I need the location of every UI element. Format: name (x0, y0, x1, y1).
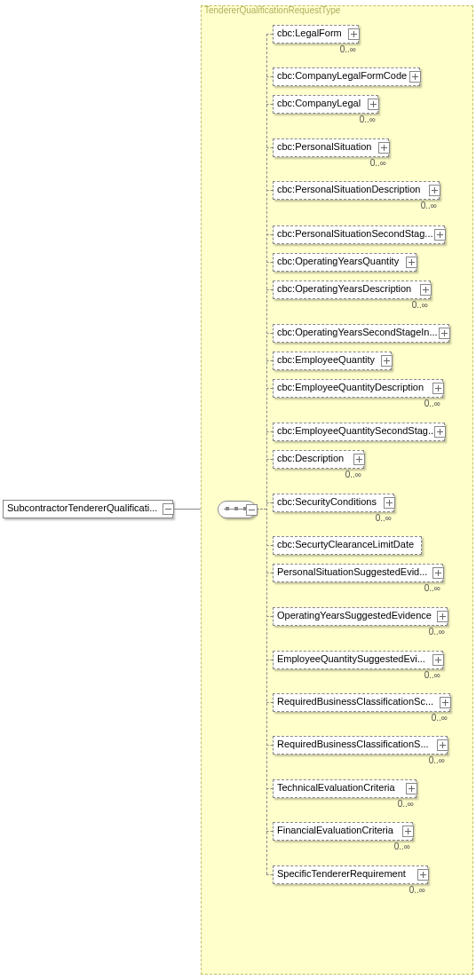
element-node[interactable]: cbc:OperatingYearsSecondStageIn... (273, 324, 449, 343)
connector-stub (266, 104, 273, 105)
element-label: cbc:PersonalSituation (277, 141, 371, 152)
plus-icon[interactable] (434, 426, 446, 438)
dot-icon (234, 507, 238, 510)
element-node[interactable]: TechnicalEvaluationCriteria0..∞ (273, 779, 416, 798)
element-label: cbc:PersonalSituationDescription (277, 184, 420, 194)
connector-stub (266, 34, 273, 35)
connector-stub (266, 360, 273, 361)
dot-icon (226, 507, 229, 510)
element-node[interactable]: cbc:OperatingYearsDescription0..∞ (273, 281, 431, 299)
cardinality-label: 0..∞ (429, 755, 445, 765)
element-node[interactable]: cbc:CompanyLegalFormCode (273, 67, 420, 86)
element-node[interactable]: FinancialEvaluationCriteria0..∞ (273, 822, 413, 841)
element-node[interactable]: EmployeeQuantitySuggestedEvi...0..∞ (273, 651, 443, 669)
connector-stub (266, 234, 273, 235)
element-node[interactable]: PersonalSituationSuggestedEvid...0..∞ (273, 564, 443, 582)
element-label: cbc:OperatingYearsQuantity (277, 256, 399, 266)
plus-icon[interactable] (432, 654, 444, 666)
plus-icon[interactable] (429, 185, 440, 196)
connector-stub (266, 831, 273, 832)
plus-icon[interactable] (402, 826, 414, 837)
element-label: cbc:EmployeeQuantitySecondStag... (277, 425, 436, 436)
plus-icon[interactable] (406, 257, 417, 268)
connector-stub (266, 745, 273, 746)
cardinality-label: 0..∞ (376, 513, 392, 523)
plus-icon[interactable] (432, 567, 444, 579)
element-label: OperatingYearsSuggestedEvidence (277, 610, 432, 620)
element-label: RequiredBusinessClassificationSc... (277, 696, 433, 707)
connector-stub (266, 502, 273, 503)
element-label: TechnicalEvaluationCriteria (277, 782, 395, 793)
element-label: FinancialEvaluationCriteria (277, 825, 393, 835)
root-label: SubcontractorTendererQualificati... (7, 502, 158, 513)
plus-icon[interactable] (434, 229, 446, 241)
plus-icon[interactable] (384, 497, 395, 509)
element-node[interactable]: cbc:PersonalSituationDescription0..∞ (273, 181, 440, 200)
cardinality-label: 0..∞ (432, 713, 448, 723)
sequence-compositor[interactable] (218, 501, 257, 518)
cardinality-label: 0..∞ (424, 583, 440, 593)
plus-icon[interactable] (417, 869, 429, 881)
cardinality-label: 0..∞ (370, 158, 386, 168)
plus-icon[interactable] (348, 28, 360, 40)
connector-stub (266, 545, 273, 546)
cardinality-label: 0..∞ (412, 300, 428, 310)
plus-icon[interactable] (406, 783, 417, 794)
root-element[interactable]: SubcontractorTendererQualificati... (3, 500, 173, 518)
element-label: cbc:EmployeeQuantityDescription (277, 382, 424, 392)
plus-icon[interactable] (439, 328, 450, 339)
element-label: cbc:SecurityConditions (277, 496, 377, 507)
connector-stub (266, 333, 273, 334)
cardinality-label: 0..∞ (424, 399, 440, 408)
element-label: cbc:OperatingYearsSecondStageIn... (277, 327, 438, 337)
plus-icon[interactable] (440, 697, 451, 708)
element-label: cbc:OperatingYearsDescription (277, 283, 411, 294)
element-node[interactable]: RequiredBusinessClassificationSc...0..∞ (273, 693, 450, 712)
cardinality-label: 0..∞ (340, 44, 356, 54)
element-node[interactable]: cbc:OperatingYearsQuantity (273, 253, 416, 272)
element-node[interactable]: cbc:SecurityConditions0..∞ (273, 494, 394, 512)
minus-icon[interactable] (246, 504, 258, 516)
element-node[interactable]: SpecificTendererRequirement0..∞ (273, 865, 428, 884)
connector-stub (266, 573, 273, 573)
element-label: cbc:PersonalSituationSecondStag... (277, 228, 433, 239)
element-node[interactable]: cbc:EmployeeQuantity (273, 352, 392, 370)
element-node[interactable]: cbc:CompanyLegal0..∞ (273, 95, 378, 114)
element-label: cbc:CompanyLegalFormCode (277, 70, 407, 81)
element-node[interactable]: cbc:LegalForm0..∞ (273, 25, 359, 43)
cardinality-label: 0..∞ (429, 627, 445, 636)
minus-icon[interactable] (163, 503, 174, 515)
connector-stub (266, 702, 273, 703)
element-node[interactable]: cbc:EmployeeQuantityDescription0..∞ (273, 379, 443, 398)
plus-icon[interactable] (420, 284, 432, 296)
plus-icon[interactable] (353, 454, 365, 465)
element-label: EmployeeQuantitySuggestedEvi... (277, 653, 425, 664)
plus-icon[interactable] (381, 355, 393, 367)
connector-stub (266, 616, 273, 617)
element-label: cbc:Description (277, 453, 344, 463)
connector-stub (266, 76, 273, 77)
element-node[interactable]: RequiredBusinessClassificationS...0..∞ (273, 736, 448, 755)
element-label: cbc:SecurtyClearanceLimitDate (277, 539, 414, 549)
cardinality-label: 0..∞ (360, 115, 376, 124)
element-label: cbc:LegalForm (277, 28, 342, 38)
connector-stub (266, 431, 273, 432)
element-node[interactable]: cbc:SecurtyClearanceLimitDate (273, 536, 422, 555)
element-node[interactable]: cbc:PersonalSituationSecondStag... (273, 225, 445, 244)
plus-icon[interactable] (437, 739, 448, 751)
element-node[interactable]: cbc:EmployeeQuantitySecondStag... (273, 423, 445, 441)
plus-icon[interactable] (432, 383, 444, 394)
element-node[interactable]: OperatingYearsSuggestedEvidence0..∞ (273, 607, 448, 626)
element-node[interactable]: cbc:Description0..∞ (273, 450, 364, 469)
plus-icon[interactable] (378, 142, 390, 154)
plus-icon[interactable] (368, 99, 379, 110)
element-label: PersonalSituationSuggestedEvid... (277, 566, 427, 577)
connector-stub (266, 660, 273, 660)
element-node[interactable]: cbc:PersonalSituation0..∞ (273, 138, 389, 157)
element-label: SpecificTendererRequirement (277, 868, 406, 879)
plus-icon[interactable] (437, 611, 448, 622)
cardinality-label: 0..∞ (424, 670, 440, 680)
connector-stub (266, 788, 273, 789)
type-title: TendererQualificationRequestType (204, 5, 340, 15)
plus-icon[interactable] (409, 71, 421, 83)
